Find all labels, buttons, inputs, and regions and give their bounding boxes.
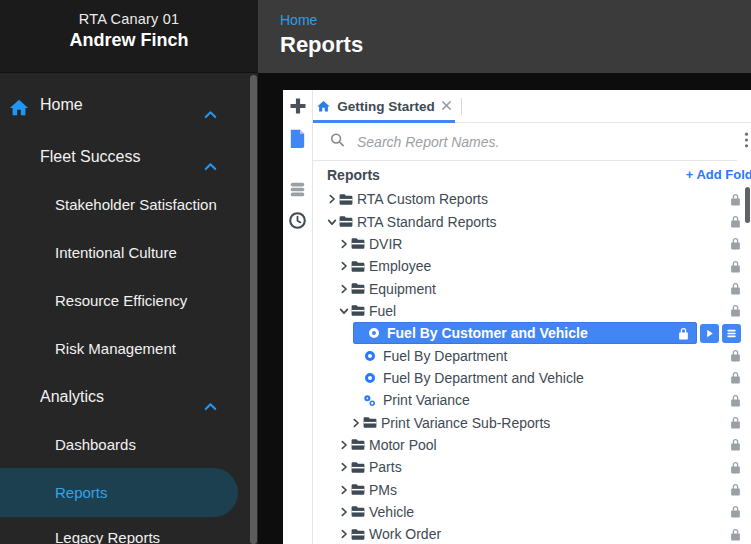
document-icon — [289, 128, 306, 152]
sidebar-item-dashboards[interactable]: Dashboards — [0, 425, 258, 465]
database-icon — [289, 181, 306, 202]
tree-row-employee[interactable]: Employee — [339, 255, 741, 277]
add-tab-button[interactable] — [283, 96, 312, 120]
chevron-up-icon[interactable] — [203, 150, 218, 165]
chevron-right-icon[interactable] — [327, 194, 337, 204]
sidebar-item-label: Fleet Success — [40, 137, 140, 177]
tree-row-print-variance-sub-reports[interactable]: Print Variance Sub-Reports — [351, 411, 741, 433]
sidebar-item-stakeholder-satisfaction[interactable]: Stakeholder Satisfaction — [0, 185, 258, 225]
user-block[interactable]: RTA Canary 01 Andrew Finch — [0, 0, 258, 73]
data-sets-button[interactable] — [283, 181, 312, 202]
folder-icon — [351, 528, 365, 541]
tree-row-vehicle[interactable]: Vehicle — [339, 501, 741, 523]
sidebar-item-label: Risk Management — [55, 329, 176, 369]
tree-row-pms[interactable]: PMs — [339, 478, 741, 500]
chevron-right-icon[interactable] — [339, 485, 349, 495]
folder-icon — [351, 260, 365, 273]
lock-icon — [730, 528, 741, 541]
tree-item-label: Work Order — [369, 526, 441, 542]
chevron-right-icon[interactable] — [339, 261, 349, 271]
folder-icon — [363, 416, 377, 429]
linked-report-icon — [363, 394, 377, 407]
lock-icon — [730, 193, 741, 206]
tree-row-dvir[interactable]: DVIR — [339, 233, 741, 255]
sidebar-scrollbar[interactable] — [250, 75, 257, 544]
chevron-right-icon[interactable] — [339, 507, 349, 517]
sidebar-item-analytics[interactable]: Analytics — [0, 377, 258, 417]
reports-list-button[interactable] — [283, 128, 312, 152]
chevron-right-icon[interactable] — [339, 529, 349, 539]
tree-row-fuel-by-department-and-vehicle[interactable]: Fuel By Department and Vehicle — [351, 367, 741, 389]
tree-scrollbar[interactable] — [745, 187, 750, 223]
close-icon[interactable] — [441, 97, 452, 115]
folder-icon — [351, 237, 365, 250]
tree-item-label: RTA Custom Reports — [357, 191, 488, 207]
tree-row-fuel-by-customer-and-vehicle[interactable]: Fuel By Customer and Vehicle — [351, 322, 741, 344]
tree-item-label: Equipment — [369, 281, 436, 297]
tree-row-work-order[interactable]: Work Order — [339, 523, 741, 544]
chevron-right-icon[interactable] — [351, 418, 361, 428]
tree-row-parts[interactable]: Parts — [339, 456, 741, 478]
tree-row-rta-custom-reports[interactable]: RTA Custom Reports — [327, 188, 741, 210]
lock-icon — [730, 237, 741, 250]
tab-getting-started[interactable]: Getting Started — [313, 90, 455, 122]
sidebar-item-label: Resource Efficiency — [55, 281, 187, 321]
sidebar-item-label: Home — [40, 85, 83, 125]
chevron-right-icon[interactable] — [339, 239, 349, 249]
folder-icon — [351, 461, 365, 474]
folder-icon — [351, 505, 365, 518]
report-icon — [365, 373, 375, 383]
lock-icon — [678, 327, 689, 340]
lock-icon — [730, 505, 741, 518]
sidebar-item-label: Intentional Culture — [55, 233, 177, 273]
lock-icon — [730, 260, 741, 273]
run-report-button[interactable] — [700, 324, 719, 343]
report-icon — [369, 328, 379, 338]
breadcrumb[interactable]: Home — [280, 12, 317, 28]
chevron-right-icon[interactable] — [339, 462, 349, 472]
chevron-right-icon[interactable] — [339, 440, 349, 450]
chevron-right-icon[interactable] — [339, 284, 349, 294]
report-menu-button[interactable] — [722, 324, 741, 343]
report-tree: Reports + Add Folder RTA Custom ReportsR… — [313, 161, 751, 544]
folder-icon — [351, 304, 365, 317]
tree-item-label: RTA Standard Reports — [357, 214, 497, 230]
tree-row-rta-standard-reports[interactable]: RTA Standard Reports — [327, 210, 741, 232]
sidebar-item-reports[interactable]: Reports — [0, 468, 238, 517]
tab-label: Getting Started — [337, 99, 435, 114]
sidebar-item-legacy-reports[interactable]: Legacy Reports — [0, 518, 258, 544]
chevron-up-icon[interactable] — [203, 98, 218, 113]
tree-row-motor-pool[interactable]: Motor Pool — [339, 434, 741, 456]
kebab-menu-icon[interactable] — [744, 132, 749, 153]
folder-icon — [351, 483, 365, 496]
reports-panel: Getting Started Reports + Add Folder RTA… — [283, 90, 751, 544]
tree-item-label: Print Variance Sub-Reports — [381, 415, 550, 431]
sidebar-item-resource-efficiency[interactable]: Resource Efficiency — [0, 281, 258, 321]
sidebar-item-intentional-culture[interactable]: Intentional Culture — [0, 233, 258, 273]
folder-icon — [339, 193, 353, 206]
chevron-down-icon[interactable] — [327, 217, 337, 227]
lock-icon — [730, 282, 741, 295]
selected-report[interactable]: Fuel By Customer and Vehicle — [353, 322, 697, 344]
sidebar-item-label: Stakeholder Satisfaction — [55, 185, 217, 225]
tree-item-label: Employee — [369, 258, 431, 274]
chevron-down-icon[interactable] — [339, 306, 349, 316]
tree-row-equipment[interactable]: Equipment — [339, 277, 741, 299]
sidebar-item-label: Legacy Reports — [55, 518, 160, 544]
lock-icon — [730, 371, 741, 384]
add-folder-button[interactable]: + Add Folder — [686, 167, 751, 182]
tree-row-fuel[interactable]: Fuel — [339, 300, 741, 322]
tree-header: Reports + Add Folder — [327, 161, 741, 188]
sidebar-item-home[interactable]: Home — [0, 85, 258, 125]
lock-icon — [730, 215, 741, 228]
lock-icon — [730, 438, 741, 451]
tree-row-print-variance[interactable]: Print Variance — [351, 389, 741, 411]
sidebar-item-fleet-success[interactable]: Fleet Success — [0, 137, 258, 177]
tree-row-fuel-by-department[interactable]: Fuel By Department — [351, 344, 741, 366]
sidebar-item-risk-management[interactable]: Risk Management — [0, 329, 258, 369]
tree-item-label: DVIR — [369, 236, 402, 252]
history-button[interactable] — [283, 211, 312, 234]
search-input[interactable] — [355, 127, 697, 157]
tree-item-label: Fuel By Customer and Vehicle — [387, 325, 588, 341]
chevron-up-icon[interactable] — [203, 390, 218, 405]
